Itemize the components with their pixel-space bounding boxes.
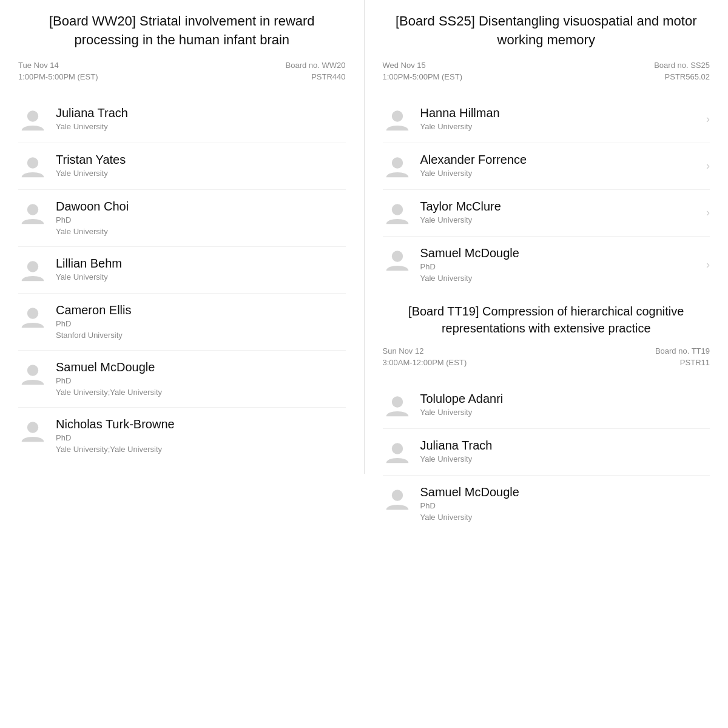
svg-point-8: [391, 157, 402, 168]
left-poster-no: PSTR440: [311, 72, 345, 81]
person-affiliation: Stanford University: [56, 329, 346, 342]
divider: [18, 189, 346, 190]
person-name: Cameron Ellis: [56, 302, 346, 318]
right-board1-board-meta: Board no. SS25 PSTR565.02: [654, 59, 710, 83]
divider: [18, 246, 346, 247]
left-session-time: 1:00PM-5:00PM (EST): [18, 72, 98, 81]
person-affiliation: Yale University;Yale University: [56, 443, 346, 456]
person-affiliation: Yale University: [56, 167, 346, 180]
person-info: Alexander ForrenceYale University: [420, 152, 702, 180]
divider: [383, 189, 710, 190]
person-info: Samuel McDouglePhDYale University: [420, 245, 702, 285]
divider: [383, 475, 710, 476]
list-item: Dawoon ChoiPhDYale University: [18, 192, 346, 244]
person-degree: PhD: [420, 261, 702, 273]
left-board-no: Board no. WW20: [286, 61, 346, 70]
chevron-right-icon: ›: [706, 113, 710, 126]
person-icon: [18, 198, 47, 228]
right-board1-date: Wed Nov 15: [383, 61, 426, 70]
right-board2-no: Board no. TT19: [655, 346, 710, 356]
person-name: Lillian Behm: [56, 255, 346, 271]
person-name: Dawoon Choi: [56, 198, 346, 214]
svg-point-0: [27, 110, 38, 121]
right-board2-session-meta: Sun Nov 12 3:00AM-12:00PM (EST): [383, 345, 467, 369]
person-info: Juliana TrachYale University: [420, 437, 710, 465]
divider: [18, 350, 346, 351]
list-item[interactable]: Hanna HillmanYale University›: [383, 99, 710, 140]
svg-point-10: [391, 251, 402, 261]
person-degree: PhD: [56, 318, 346, 330]
right-board2-meta-row: Sun Nov 12 3:00AM-12:00PM (EST) Board no…: [383, 345, 710, 372]
person-icon: [18, 302, 47, 331]
person-affiliation: Yale University: [420, 121, 702, 133]
svg-point-12: [391, 443, 402, 454]
list-item[interactable]: Samuel McDouglePhDYale University›: [383, 239, 710, 291]
person-name: Juliana Trach: [420, 437, 710, 453]
divider: [383, 236, 710, 237]
list-item: Nicholas Turk-BrownePhDYale University;Y…: [18, 410, 346, 462]
person-affiliation: Yale University: [56, 271, 346, 283]
person-name: Tolulope Adanri: [420, 391, 710, 406]
svg-point-2: [27, 204, 38, 215]
person-icon: [18, 416, 47, 445]
right-column: [Board SS25] Disentangling visuospatial …: [365, 0, 729, 542]
list-item: Lillian BehmYale University: [18, 249, 346, 291]
person-icon: [18, 152, 47, 181]
svg-point-3: [27, 261, 38, 272]
list-item: Juliana TrachYale University: [383, 431, 710, 473]
person-icon: [383, 484, 412, 513]
page-container: [Board WW20] Striatal involvement in rew…: [0, 0, 728, 728]
person-icon: [18, 359, 47, 388]
person-info: Hanna HillmanYale University: [420, 105, 702, 133]
person-affiliation: Yale University: [420, 272, 702, 285]
person-info: Samuel McDouglePhDYale University: [420, 484, 710, 524]
person-info: Tristan YatesYale University: [56, 152, 346, 180]
person-name: Hanna Hillman: [420, 105, 702, 121]
divider: [18, 407, 346, 408]
chevron-right-icon: ›: [706, 206, 710, 219]
right-board2-presenters-list: Tolulope AdanriYale University Juliana T…: [383, 385, 710, 530]
person-degree: PhD: [56, 375, 346, 387]
person-info: Samuel McDouglePhDYale University;Yale U…: [56, 359, 346, 399]
person-info: Taylor McClureYale University: [420, 198, 702, 226]
right-board1-no: Board no. SS25: [654, 61, 710, 70]
svg-point-5: [27, 365, 38, 376]
list-item: Cameron EllisPhDStanford University: [18, 296, 346, 348]
person-info: Juliana TrachYale University: [56, 105, 346, 133]
person-name: Juliana Trach: [56, 105, 346, 121]
right-board1-title: [Board SS25] Disentangling visuospatial …: [383, 12, 710, 50]
right-board2-board-meta: Board no. TT19 PSTR11: [655, 345, 710, 369]
person-icon: [18, 255, 47, 285]
svg-point-9: [391, 204, 402, 215]
list-item[interactable]: Taylor McClureYale University›: [383, 192, 710, 234]
right-board1-presenters-list: Hanna HillmanYale University› Alexander …: [383, 99, 710, 291]
list-item: Tolulope AdanriYale University: [383, 385, 710, 426]
list-item: Juliana TrachYale University: [18, 99, 346, 140]
person-name: Alexander Forrence: [420, 152, 702, 167]
person-name: Samuel McDougle: [56, 359, 346, 375]
left-session-date: Tue Nov 14: [18, 61, 59, 70]
list-item[interactable]: Alexander ForrenceYale University›: [383, 146, 710, 187]
person-name: Samuel McDougle: [420, 245, 702, 261]
svg-point-7: [391, 110, 402, 121]
right-board2-title: [Board TT19] Compression of hierarchical…: [383, 303, 710, 337]
right-board1-time: 1:00PM-5:00PM (EST): [383, 72, 463, 81]
svg-point-11: [391, 396, 402, 407]
person-affiliation: Yale University: [420, 214, 702, 226]
person-icon: [18, 105, 47, 134]
person-name: Tristan Yates: [56, 152, 346, 167]
svg-point-4: [27, 308, 38, 318]
divider: [383, 428, 710, 429]
person-affiliation: Yale University: [420, 511, 710, 524]
divider: [18, 293, 346, 294]
right-board2-date: Sun Nov 12: [383, 346, 424, 356]
person-affiliation: Yale University: [56, 121, 346, 133]
right-board2-time: 3:00AM-12:00PM (EST): [383, 358, 467, 367]
person-icon: [383, 152, 412, 181]
person-affiliation: Yale University: [56, 226, 346, 238]
svg-point-1: [27, 157, 38, 168]
left-column: [Board WW20] Striatal involvement in rew…: [0, 0, 365, 474]
person-info: Tolulope AdanriYale University: [420, 391, 710, 419]
left-board-title: [Board WW20] Striatal involvement in rew…: [18, 12, 346, 50]
person-icon: [383, 105, 412, 134]
